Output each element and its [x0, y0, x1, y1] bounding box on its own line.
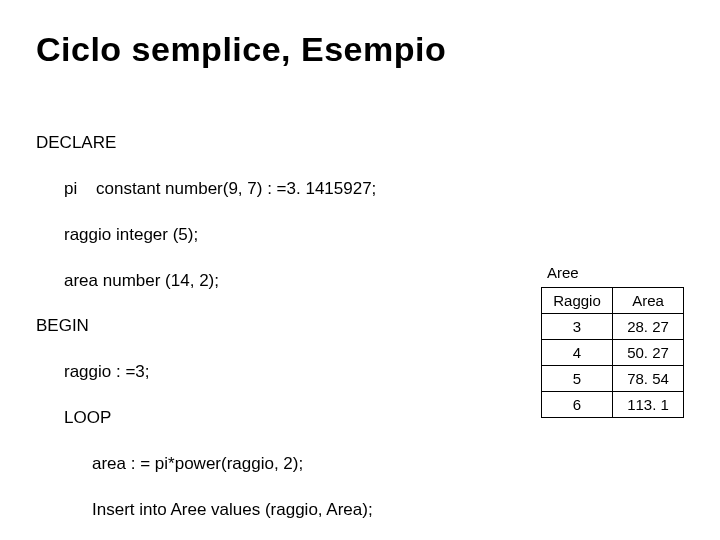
table-cell: 50. 27 — [613, 340, 684, 366]
slide: Ciclo semplice, Esempio DECLARE pi const… — [0, 0, 720, 540]
output-table-wrap: Aree Raggio Area 3 28. 27 4 50. 27 5 78.… — [541, 264, 684, 418]
table-row: 3 28. 27 — [542, 314, 684, 340]
slide-body: DECLARE pi constant number(9, 7) : =3. 1… — [36, 109, 684, 540]
code-line: LOOP — [36, 407, 521, 430]
slide-title: Ciclo semplice, Esempio — [36, 30, 684, 69]
code-line: BEGIN — [36, 315, 521, 338]
table-cell: 6 — [542, 392, 613, 418]
table-cell: 3 — [542, 314, 613, 340]
code-line: raggio integer (5); — [36, 224, 521, 247]
table-cell: 78. 54 — [613, 366, 684, 392]
table-header-cell: Area — [613, 288, 684, 314]
code-line: Insert into Aree values (raggio, Area); — [36, 499, 521, 522]
code-line: area : = pi*power(raggio, 2); — [36, 453, 521, 476]
table-row: 6 113. 1 — [542, 392, 684, 418]
table-row: 5 78. 54 — [542, 366, 684, 392]
table-row: 4 50. 27 — [542, 340, 684, 366]
code-block: DECLARE pi constant number(9, 7) : =3. 1… — [36, 109, 521, 540]
table-cell: 5 — [542, 366, 613, 392]
code-line: DECLARE — [36, 132, 521, 155]
code-line: raggio : =3; — [36, 361, 521, 384]
table-header-row: Raggio Area — [542, 288, 684, 314]
table-caption: Aree — [541, 264, 684, 281]
table-header-cell: Raggio — [542, 288, 613, 314]
table-cell: 28. 27 — [613, 314, 684, 340]
output-table: Raggio Area 3 28. 27 4 50. 27 5 78. 54 6 — [541, 287, 684, 418]
code-line: pi constant number(9, 7) : =3. 1415927; — [36, 178, 521, 201]
code-line: area number (14, 2); — [36, 270, 521, 293]
table-cell: 4 — [542, 340, 613, 366]
table-cell: 113. 1 — [613, 392, 684, 418]
